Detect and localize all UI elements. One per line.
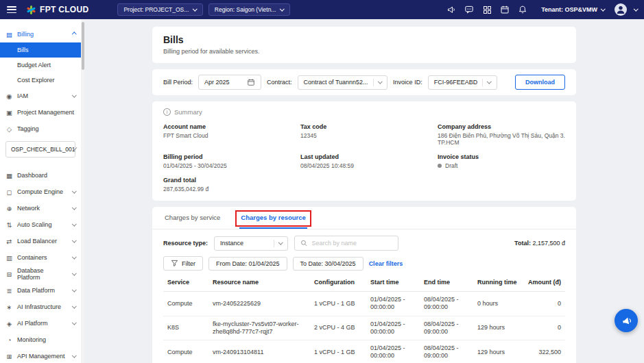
running-time-cell: 0 hours [473, 292, 523, 316]
chevron-down-icon [72, 353, 76, 357]
search-input[interactable] [312, 240, 392, 247]
bill-period-input[interactable]: Apr 2025 [198, 75, 261, 90]
charges-tabs: Charges by service Charges by resource [152, 207, 576, 229]
summary-invoice-status: Invoice status Draft [438, 153, 565, 169]
start-time-cell: 01/04/2025 - 00:00:00 [366, 340, 420, 363]
page-subtitle: Billing period for available services. [163, 48, 565, 55]
sidebar-item-project-management[interactable]: ▣ Project Management [0, 104, 81, 121]
dashboard-icon: ▦ [5, 172, 13, 179]
chevron-up-icon [72, 32, 76, 36]
sidebar-item-data-platform[interactable]: ≣ Data Platform [0, 282, 81, 299]
end-time-cell: 08/04/2025 - 09:00:00 [420, 292, 473, 316]
contract-select[interactable]: Contract of Tuannn52... [298, 75, 388, 90]
sidebar-item-label: Database Platform [17, 267, 69, 281]
search-icon [300, 239, 308, 247]
sidebar-item-label: Cost Explorer [17, 77, 55, 84]
sidebar-item-budget-alert[interactable]: Budget Alert [0, 58, 81, 73]
sidebar-item-monitoring[interactable]: ◔ Monitoring [0, 331, 81, 348]
chevron-down-icon [487, 79, 491, 83]
sidebar-item-network[interactable]: ⊕ Network [0, 200, 81, 216]
sidebar-item-tagging[interactable]: ◇ Tagging [0, 121, 81, 137]
invoice-id-select[interactable]: FCI-96FEEABD [428, 75, 497, 90]
search-box[interactable] [294, 236, 398, 251]
chevron-down-icon [72, 287, 76, 291]
resource-name-cell: fke-mycluster-7vs5vt07-worker-zhe8q8hd-7… [208, 316, 310, 340]
scrollbar-thumb[interactable] [82, 22, 84, 70]
chevron-down-icon [72, 254, 76, 258]
summary-card: i Summary Account name FPT Smart Cloud T… [152, 101, 576, 201]
sidebar-item-ai-platform[interactable]: ◈ AI Platform [0, 315, 81, 331]
billing-icon: ▤ [5, 31, 13, 38]
field-value: 08/04/2025 10:48:59 [300, 162, 438, 169]
chat-icon[interactable] [463, 3, 475, 16]
bill-period-label: Bill Period: [163, 79, 193, 86]
sidebar-item-compute-engine[interactable]: ◻ Compute Engine [0, 184, 81, 200]
filter-button[interactable]: Filter [163, 256, 203, 271]
project-selector[interactable]: Project: PROJECT_OS... [117, 3, 202, 16]
apps-grid-icon[interactable] [481, 3, 493, 16]
chevron-down-icon [72, 271, 76, 275]
page-title: Bills [163, 34, 565, 45]
info-icon: i [163, 108, 171, 116]
user-avatar[interactable] [615, 3, 627, 16]
col-header-end-time: End time [420, 273, 473, 292]
tenant-selector[interactable]: Tenant: OSP&VMW [541, 6, 604, 13]
from-date-chip[interactable]: From Date: 01/04/2025 [208, 257, 287, 271]
menu-icon[interactable] [7, 6, 16, 13]
sidebar-item-database-platform[interactable]: ⊟ Database Platform [0, 266, 81, 282]
sidebar-item-api-management[interactable]: ⊞ API Management [0, 348, 81, 363]
summary-billing-period: Billing period 01/04/2025 - 30/04/2025 [163, 153, 300, 169]
total-label: Total: [514, 240, 531, 247]
tab-label: Charges by resource [241, 214, 306, 221]
sidebar-item-bills[interactable]: Bills [0, 42, 81, 58]
col-header-configuration: Configuration [310, 273, 366, 292]
sidebar-item-label: Compute Engine [17, 188, 63, 195]
invoice-id-label: Invoice ID: [393, 79, 422, 86]
resource-name-cell: vm-24052225629 [208, 292, 310, 316]
sidebar-item-auto-scaling[interactable]: ⇅ Auto Scaling [0, 216, 81, 233]
status-badge: Draft [438, 162, 565, 169]
page-header-card: Bills Billing period for available servi… [152, 27, 576, 63]
resource-type-select[interactable]: Instance [214, 236, 288, 251]
chevron-down-icon [72, 238, 76, 242]
monitoring-icon: ◔ [5, 336, 13, 344]
configuration-cell: 2 vCPU - 4 GB [310, 316, 366, 340]
sidebar-item-label: Billing [17, 31, 34, 38]
calendar-icon[interactable] [499, 3, 511, 16]
sidebar-item-label: Containers [17, 254, 47, 261]
sidebar-item-dashboard[interactable]: ▦ Dashboard [0, 167, 81, 184]
sidebar-item-ai-infrastructure[interactable]: ∗ AI Infrastructure [0, 299, 81, 315]
announcement-fab[interactable] [615, 309, 638, 332]
megaphone-icon [621, 315, 632, 327]
notifications-bell-icon[interactable] [516, 3, 529, 16]
containers-icon: ▥ [5, 254, 13, 262]
announcement-icon[interactable] [445, 3, 457, 16]
download-button[interactable]: Download [515, 75, 565, 90]
sidebar-scrollbar[interactable] [81, 19, 84, 363]
amount-cell: 0 [523, 292, 565, 316]
to-date-chip[interactable]: To Date: 30/04/2025 [293, 257, 363, 271]
region-selector[interactable]: Region: Saigon (Vietn... [208, 3, 290, 16]
field-value: FPT Smart Cloud [163, 132, 300, 139]
end-time-cell: 08/04/2025 - 09:00:00 [420, 340, 473, 363]
funnel-icon [171, 260, 178, 267]
sidebar-item-label: Load Balancer [17, 238, 57, 245]
tab-charges-by-service[interactable]: Charges by service [163, 207, 222, 229]
summary-last-updated: Last updated 08/04/2025 10:48:59 [300, 153, 438, 169]
chevron-down-icon [634, 6, 638, 10]
sidebar-item-iam[interactable]: ◉ IAM [0, 88, 81, 104]
sidebar-item-label: Bills [17, 47, 29, 53]
sidebar-item-label: IAM [17, 92, 28, 99]
sidebar-item-containers[interactable]: ▥ Containers [0, 249, 81, 266]
sidebar-item-billing[interactable]: ▤ Billing [0, 26, 81, 42]
start-time-cell: 01/04/2025 - 00:00:00 [366, 292, 420, 316]
project-context-select[interactable]: OSP_CHECK_BILL_001 [5, 141, 75, 158]
chevron-down-icon [72, 221, 76, 225]
tab-charges-by-resource[interactable]: Charges by resource [239, 207, 307, 229]
chevron-down-icon [72, 92, 76, 97]
clear-filters-link[interactable]: Clear filters [369, 260, 403, 267]
sidebar-item-label: Network [17, 205, 40, 212]
sidebar-item-cost-explorer[interactable]: Cost Explorer [0, 73, 81, 88]
charges-table: Service Resource name Configuration Star… [152, 273, 576, 363]
sidebar-item-load-balancer[interactable]: ⇄ Load Balancer [0, 233, 81, 249]
